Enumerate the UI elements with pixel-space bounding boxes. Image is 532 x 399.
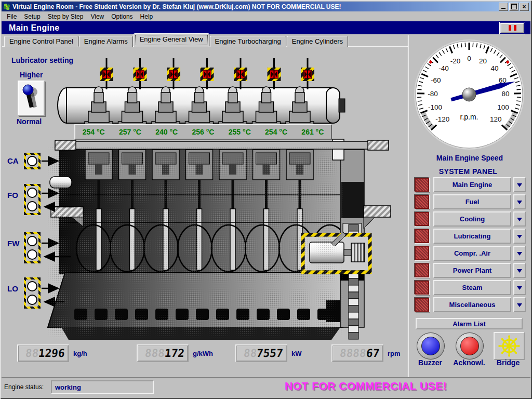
lcd-display: 887557: [235, 344, 287, 362]
exhaust-valve-icon[interactable]: [301, 68, 314, 81]
chevron-down-icon: [517, 183, 522, 190]
system-panel-row: Lubricating: [415, 229, 526, 244]
minimize-button[interactable]: [499, 3, 508, 11]
maximize-icon: [511, 4, 517, 9]
lcd-ghost-digits: 88: [243, 347, 258, 360]
connection-port-box[interactable]: [24, 232, 41, 263]
tab[interactable]: Engine Control Panel: [4, 36, 78, 47]
engine-status-field: working: [51, 380, 154, 394]
pipe-port: [27, 236, 37, 246]
system-dropdown-button[interactable]: [513, 211, 526, 227]
menu-item[interactable]: Setup: [20, 12, 44, 21]
chevron-down-icon: [517, 218, 522, 224]
system-dropdown-button[interactable]: [513, 194, 526, 209]
lcd-ghost-digits: 888: [144, 347, 165, 360]
system-panel-title: SYSTEM PANEL: [410, 167, 526, 176]
connection-row: CA: [7, 153, 41, 169]
system-panel-row: Miscellaneous: [415, 297, 526, 312]
exhaust-valve-icon[interactable]: [234, 68, 247, 81]
lcd-display: 888172: [137, 344, 189, 362]
statusbar-divider: [2, 377, 530, 378]
lcd-display: 888867: [331, 344, 383, 362]
connection-arrows: [42, 161, 74, 302]
pause-button[interactable]: [499, 22, 525, 34]
cylinder-temp-value: 254 °C: [83, 128, 105, 136]
system-dropdown-button[interactable]: [513, 263, 526, 278]
lubricator-higher-label: Higher: [20, 71, 43, 79]
exhaust-valve-icon[interactable]: [268, 68, 281, 81]
close-icon: ×: [522, 4, 526, 9]
ship-wheel-icon: [498, 335, 521, 357]
tab[interactable]: Engine Cylinders: [287, 36, 348, 47]
menu-item[interactable]: Options: [108, 12, 136, 21]
maximize-button[interactable]: [509, 3, 518, 11]
menu-item[interactable]: View: [87, 12, 108, 21]
connection-label: FW: [7, 239, 21, 263]
system-dropdown-button[interactable]: [513, 280, 526, 295]
menu-item[interactable]: File: [3, 12, 20, 21]
lubricator-switch[interactable]: [18, 81, 45, 116]
connection-port-box[interactable]: [24, 277, 41, 309]
chevron-down-icon: [517, 252, 522, 258]
menu-item[interactable]: Help: [137, 12, 157, 21]
system-dropdown-button[interactable]: [513, 246, 526, 261]
chevron-down-icon: [517, 201, 522, 207]
tab[interactable]: Engine General View: [134, 33, 209, 47]
bridge-button[interactable]: [494, 332, 525, 360]
panel-header: Main Engine: [2, 21, 530, 34]
system-button[interactable]: Compr. .Air: [433, 246, 511, 261]
system-dropdown-button[interactable]: [513, 297, 526, 312]
tab-bar: Engine Control PanelEngine AlarmsEngine …: [4, 34, 349, 47]
close-button[interactable]: ×: [520, 3, 529, 11]
exhaust-valve-icons: [100, 58, 314, 89]
exhaust-valve-icon[interactable]: [201, 68, 214, 81]
system-status-indicator: [415, 281, 429, 295]
system-button[interactable]: Cooling: [433, 211, 511, 227]
tab[interactable]: Engine Alarms: [79, 36, 133, 47]
lcd-value: 172: [164, 347, 185, 360]
chevron-down-icon: [517, 303, 522, 310]
tab[interactable]: Engine Turbocharging: [210, 36, 286, 47]
turning-motor[interactable]: [303, 232, 370, 272]
system-status-indicator: [415, 229, 429, 243]
crankcase-ports: [74, 309, 330, 320]
system-button[interactable]: Miscellaneous: [433, 297, 511, 312]
alarm-list-button[interactable]: Alarm List: [416, 318, 523, 329]
digital-readout: 888172 g/kWh: [137, 344, 213, 362]
exhaust-valve-icon[interactable]: [100, 68, 113, 81]
svg-text:-120: -120: [435, 115, 449, 123]
svg-text:120: 120: [490, 115, 502, 123]
menu-item[interactable]: Step by Step: [44, 12, 87, 21]
system-button[interactable]: Main Engine: [433, 177, 511, 192]
acknowledge-button[interactable]: [456, 332, 484, 360]
system-button[interactable]: Lubricating: [433, 229, 511, 244]
panel-divider: [408, 35, 409, 377]
svg-text:80: 80: [501, 90, 509, 98]
lcd-display: 881296: [17, 344, 69, 362]
buzzer-button[interactable]: [417, 332, 445, 360]
pipe-port: [27, 281, 37, 291]
gauge-caption: Main Engine Speed: [410, 154, 529, 162]
svg-text:100: 100: [497, 103, 509, 111]
chevron-down-icon: [517, 286, 522, 292]
commercial-use-notice: NOT FOR COMMERCIAL USE!: [285, 380, 447, 392]
buzzer-label: Buzzer: [417, 358, 444, 367]
svg-text:40: 40: [490, 64, 498, 72]
crankcase-doors: [76, 225, 347, 272]
lcd-value: 1296: [38, 347, 65, 360]
system-panel-row: Steam: [415, 280, 526, 295]
system-button[interactable]: Steam: [433, 280, 511, 295]
svg-text:-20: -20: [450, 57, 461, 65]
connection-port-box[interactable]: [24, 184, 41, 215]
system-dropdown-button[interactable]: [513, 177, 526, 192]
exhaust-valve-icon[interactable]: [167, 68, 180, 81]
system-dropdown-button[interactable]: [513, 229, 526, 244]
svg-text:-80: -80: [428, 90, 438, 98]
system-panel-row: Power Plant: [415, 263, 526, 278]
system-button[interactable]: Power Plant: [433, 263, 511, 278]
exhaust-valve-icon[interactable]: [134, 68, 147, 81]
connection-port-box[interactable]: [24, 153, 41, 169]
lcd-ghost-digits: 8888: [339, 347, 367, 360]
lubricator-normal-label: Normal: [17, 117, 42, 126]
system-button[interactable]: Fuel: [433, 194, 511, 209]
